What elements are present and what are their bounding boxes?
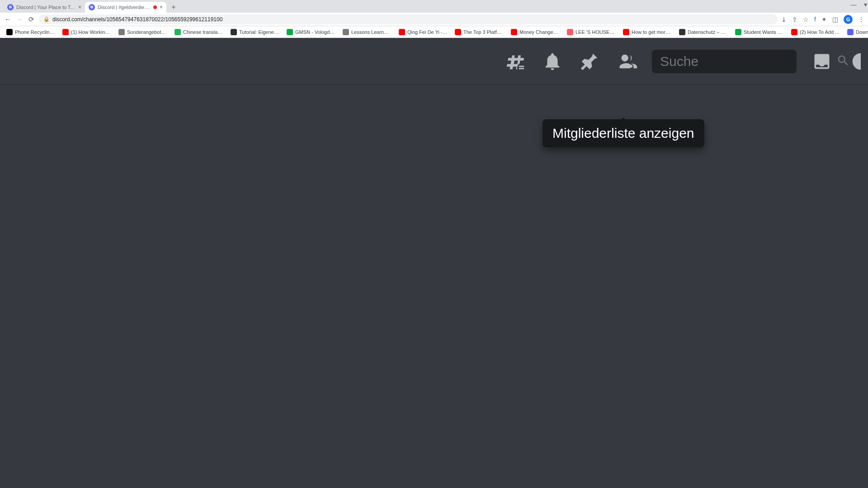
bookmark-favicon-icon <box>567 29 573 35</box>
chrome-menu-icon[interactable]: ⋮ <box>858 16 864 23</box>
bookmark-item[interactable]: (2) How To Add A… <box>788 28 843 36</box>
svg-point-0 <box>517 63 526 71</box>
bookmark-favicon-icon <box>287 29 293 35</box>
search-box[interactable] <box>652 50 797 73</box>
facebook-extension-icon[interactable]: f <box>814 16 816 23</box>
bookmark-item[interactable]: Qing Fei De Yi - Y… <box>396 28 450 36</box>
install-app-icon[interactable]: ⤓ <box>781 16 787 23</box>
tab-title: Discord | #geldverdienen <box>98 5 151 10</box>
discord-app: Mitgliederliste anzeigen <box>0 38 868 488</box>
discord-favicon-icon: ⧉ <box>89 4 95 10</box>
bookmark-item[interactable]: Download – Cooki… <box>844 28 868 36</box>
bookmark-favicon-icon <box>847 29 854 35</box>
address-bar[interactable]: 🔒 <box>39 14 778 24</box>
tab-close-icon[interactable]: × <box>78 4 81 10</box>
bookmarks-bar: Phone Recycling… (1) How Working a… Sond… <box>0 26 868 38</box>
bookmark-star-icon[interactable]: ☆ <box>803 16 809 23</box>
nav-reload-button[interactable]: ⟳ <box>27 15 35 23</box>
bookmark-item[interactable]: Lessons Learned f… <box>340 28 394 36</box>
tab-notification-dot-icon <box>153 5 157 9</box>
search-input[interactable] <box>660 54 832 69</box>
help-icon[interactable] <box>847 50 861 73</box>
threads-icon[interactable] <box>504 50 527 73</box>
channel-header <box>0 38 868 85</box>
svg-point-1 <box>853 53 861 70</box>
bookmark-item[interactable]: (1) How Working a… <box>60 28 114 36</box>
bookmark-favicon-icon <box>455 29 461 35</box>
window-minimize-button[interactable]: — <box>850 1 857 8</box>
browser-toolbar: ← → ⟳ 🔒 ⤓ ⇪ ☆ f ✦ ◫ G ⋮ <box>0 13 868 26</box>
bookmark-item[interactable]: The Top 3 Platfor… <box>452 28 506 36</box>
bookmark-favicon-icon <box>511 29 517 35</box>
bookmark-item[interactable]: Sonderangebot! |… <box>116 28 170 36</box>
profile-avatar-icon[interactable]: G <box>844 15 853 24</box>
browser-tab[interactable]: ⧉ Discord | Your Place to Talk an… × <box>4 2 85 13</box>
bookmark-favicon-icon <box>62 29 69 35</box>
bookmark-item[interactable]: Chinese translatio… <box>172 28 226 36</box>
discord-favicon-icon: ⧉ <box>7 4 14 10</box>
tab-title: Discord | Your Place to Talk an… <box>16 5 75 10</box>
pinned-messages-icon[interactable] <box>578 50 601 73</box>
window-controls: — ▾ <box>850 1 867 8</box>
lock-icon: 🔒 <box>43 16 50 22</box>
member-list-icon[interactable] <box>615 50 638 73</box>
bookmark-favicon-icon <box>735 29 741 35</box>
bookmark-favicon-icon <box>118 29 125 35</box>
window-menu-button[interactable]: ▾ <box>864 1 867 8</box>
member-list-tooltip: Mitgliederliste anzeigen <box>542 119 704 147</box>
bookmark-favicon-icon <box>623 29 629 35</box>
nav-forward-button: → <box>15 15 24 23</box>
extensions-puzzle-icon[interactable]: ✦ <box>821 16 827 23</box>
inbox-icon[interactable] <box>810 50 834 73</box>
bookmark-favicon-icon <box>231 29 237 35</box>
bookmark-favicon-icon <box>679 29 685 35</box>
bookmark-favicon-icon <box>343 29 349 35</box>
bookmark-item[interactable]: Phone Recycling… <box>4 28 58 36</box>
address-input[interactable] <box>52 16 773 23</box>
bookmark-item[interactable]: How to get more v… <box>620 28 675 36</box>
notifications-bell-icon[interactable] <box>541 50 564 73</box>
tab-close-icon[interactable]: × <box>160 4 163 10</box>
new-tab-button[interactable]: + <box>168 2 179 13</box>
bookmark-item[interactable]: Student Wants an… <box>732 28 787 36</box>
bookmark-item[interactable]: Tutorial: Eigene Fa… <box>228 28 282 36</box>
toolbar-right-icons: ⤓ ⇪ ☆ f ✦ ◫ G ⋮ <box>781 15 864 24</box>
bookmark-item[interactable]: GMSN - Vologda… <box>284 28 338 36</box>
bookmark-item[interactable]: Datenschutz – Re… <box>676 28 731 36</box>
channel-body <box>0 85 868 488</box>
bookmark-favicon-icon <box>399 29 405 35</box>
bookmark-favicon-icon <box>175 29 181 35</box>
bookmark-favicon-icon <box>791 29 797 35</box>
browser-tabstrip: ⧉ Discord | Your Place to Talk an… × ⧉ D… <box>0 0 868 13</box>
bookmark-item[interactable]: Money Changes E… <box>508 28 562 36</box>
browser-tab-active[interactable]: ⧉ Discord | #geldverdienen × <box>85 2 166 13</box>
share-icon[interactable]: ⇪ <box>792 16 797 23</box>
nav-back-button[interactable]: ← <box>4 15 12 23</box>
bookmark-favicon-icon <box>6 29 13 35</box>
bookmark-item[interactable]: LEE 'S HOUSE—… <box>564 28 618 36</box>
side-panel-icon[interactable]: ◫ <box>832 16 838 23</box>
